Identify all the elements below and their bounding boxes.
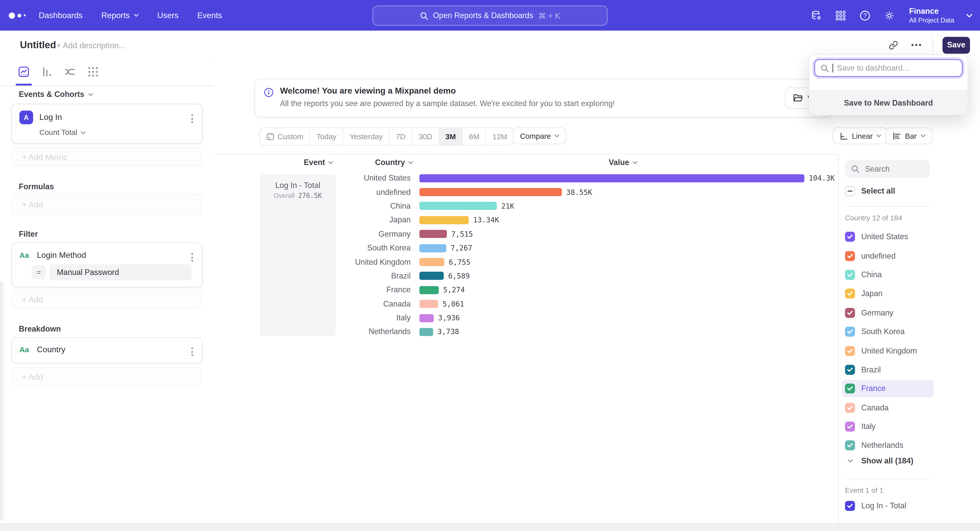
nav-item-dashboards[interactable]: Dashboards — [39, 11, 83, 20]
country-filter-item[interactable]: United States — [845, 228, 939, 246]
checkbox-checked[interactable] — [845, 270, 855, 280]
chart-bar[interactable] — [419, 202, 497, 210]
scale-selector-button[interactable]: Linear — [832, 127, 888, 144]
chart-bar[interactable] — [419, 230, 447, 238]
checkbox-checked[interactable] — [845, 421, 855, 431]
checkbox-checked[interactable] — [845, 365, 855, 374]
series-search-field[interactable] — [845, 160, 930, 178]
checkbox-checked[interactable] — [845, 501, 855, 511]
country-filter-item[interactable]: United Kingdom — [845, 342, 939, 360]
copy-link-icon[interactable] — [886, 38, 900, 52]
mixpanel-logo-icon[interactable] — [9, 0, 25, 31]
events-cohorts-header[interactable]: Events & Cohorts — [19, 90, 93, 99]
chart-bar[interactable] — [419, 314, 434, 322]
filter-property[interactable]: Login Method — [37, 250, 86, 260]
chart-bar[interactable] — [419, 286, 439, 294]
chart-bar[interactable] — [419, 216, 469, 224]
event-filter-item[interactable]: Log In - Total — [845, 501, 906, 511]
range-30d[interactable]: 30D — [412, 128, 439, 145]
checkbox-checked[interactable] — [845, 288, 855, 298]
add-description-field[interactable]: + Add description... — [56, 41, 126, 50]
country-filter-item[interactable]: undefined — [845, 247, 939, 265]
info-icon — [264, 87, 274, 97]
add-breakdown-button[interactable]: + Add — [11, 367, 201, 386]
project-switcher[interactable]: Finance All Project Data — [909, 7, 954, 24]
country-filter-item-selected[interactable]: France — [842, 380, 934, 397]
event-summary-cell[interactable]: Log In - Total Overall 276.5K — [260, 174, 336, 336]
breakdown-card[interactable]: Aa Country — [11, 337, 202, 363]
more-options-icon[interactable] — [909, 38, 923, 52]
series-search-input[interactable] — [864, 164, 925, 174]
range-custom[interactable]: Custom — [260, 128, 310, 145]
filter-operator[interactable]: = — [32, 265, 46, 279]
compare-button[interactable]: Compare — [513, 127, 566, 144]
project-chevron-down-icon[interactable] — [966, 14, 972, 17]
checkbox-checked[interactable] — [845, 346, 855, 356]
checkbox-checked[interactable] — [845, 441, 855, 450]
checkbox-checked[interactable] — [845, 384, 855, 393]
tab-retention[interactable] — [87, 65, 99, 78]
select-all-checkbox-indeterminate[interactable] — [845, 186, 855, 196]
chart-bar[interactable] — [419, 244, 446, 252]
add-formula-button[interactable]: + Add — [11, 193, 201, 215]
add-metric-button[interactable]: + Add Metric — [11, 147, 201, 166]
tab-funnels[interactable] — [41, 65, 53, 78]
country-filter-item[interactable]: Italy — [845, 417, 939, 435]
chart-bar[interactable] — [419, 300, 438, 308]
data-management-icon[interactable] — [810, 9, 822, 22]
range-7d[interactable]: 7D — [390, 128, 412, 145]
nav-item-reports[interactable]: Reports — [101, 11, 138, 20]
breakdown-property[interactable]: Country — [37, 345, 65, 354]
filter-value[interactable]: Manual Password — [49, 264, 192, 281]
checkbox-checked[interactable] — [845, 327, 855, 337]
range-3m-active[interactable]: 3M — [439, 128, 463, 145]
checkbox-checked[interactable] — [845, 232, 855, 242]
report-title[interactable]: Untitled — [20, 39, 56, 51]
add-filter-button[interactable]: + Add — [11, 290, 201, 308]
tab-flows[interactable] — [64, 65, 76, 78]
country-filter-item[interactable]: Germany — [845, 304, 939, 321]
chart-bar[interactable] — [419, 174, 804, 182]
range-today[interactable]: Today — [310, 128, 344, 145]
nav-item-events[interactable]: Events — [197, 11, 222, 20]
country-filter-item[interactable]: Japan — [845, 285, 939, 303]
country-filter-item[interactable]: Netherlands — [845, 437, 939, 454]
country-filter-item[interactable]: China — [845, 266, 939, 284]
country-filter-item[interactable]: Canada — [845, 399, 939, 417]
save-dashboard-search-input[interactable]: Save to dashboard... — [815, 59, 963, 77]
country-filter-item[interactable]: Brazil — [845, 361, 939, 378]
save-button[interactable]: Save — [942, 36, 970, 53]
chart-bar[interactable] — [419, 258, 444, 266]
range-6m[interactable]: 6M — [463, 128, 486, 145]
range-yesterday[interactable]: Yesterday — [343, 128, 390, 145]
chevron-down-icon — [328, 161, 333, 164]
chart-type-button[interactable]: Bar — [886, 127, 932, 144]
country-filter-item[interactable]: South Korea — [845, 323, 939, 341]
column-header-value[interactable]: Value — [609, 158, 637, 167]
column-header-event[interactable]: Event — [304, 158, 333, 167]
nav-item-users[interactable]: Users — [157, 11, 178, 20]
chart-bar[interactable] — [419, 188, 562, 196]
select-all-row[interactable]: Select all — [845, 186, 895, 196]
checkbox-checked[interactable] — [845, 403, 855, 412]
filter-kebab-icon[interactable] — [189, 250, 196, 264]
range-12m[interactable]: 12M — [486, 128, 513, 145]
save-to-new-dashboard-button[interactable]: Save to New Dashboard — [809, 90, 967, 115]
help-icon[interactable]: ? — [859, 9, 871, 22]
metric-event-name[interactable]: Log In — [39, 113, 62, 122]
chart-bar[interactable] — [419, 328, 433, 336]
metric-kebab-icon[interactable] — [189, 112, 196, 125]
apps-grid-icon[interactable] — [834, 9, 846, 22]
checkbox-checked[interactable] — [845, 308, 855, 317]
settings-gear-icon[interactable] — [883, 9, 895, 22]
column-header-country[interactable]: Country — [375, 158, 413, 167]
chart-bar[interactable] — [419, 272, 444, 280]
breakdown-kebab-icon[interactable] — [189, 345, 196, 358]
metric-card[interactable]: A Log In Count Total — [11, 104, 202, 144]
filter-card[interactable]: Aa Login Method = Manual Password — [11, 242, 202, 287]
show-all-toggle[interactable]: Show all (184) — [845, 457, 913, 465]
tab-insights[interactable] — [18, 65, 30, 78]
global-search-button[interactable]: Open Reports & Dashboards ⌘ + K — [372, 6, 608, 25]
metric-aggregation[interactable]: Count Total — [39, 128, 85, 137]
checkbox-checked[interactable] — [845, 251, 855, 261]
